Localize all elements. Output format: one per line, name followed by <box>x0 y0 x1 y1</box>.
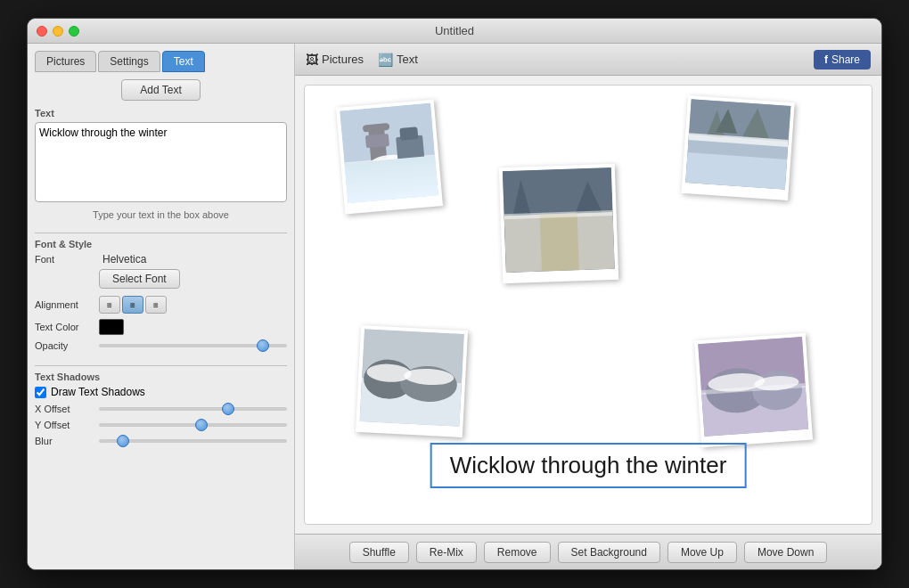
alignment-row: Alignment ≡ ≡ ≡ <box>35 296 287 314</box>
select-font-button[interactable]: Select Font <box>99 269 180 289</box>
photo-3-image <box>503 167 615 273</box>
opacity-slider[interactable] <box>99 344 287 347</box>
x-offset-slider-container <box>99 407 287 411</box>
text-overlay[interactable]: Wicklow through the winter <box>430 443 747 488</box>
toolbar-pictures-label: Pictures <box>322 53 364 66</box>
svg-rect-1 <box>345 157 438 204</box>
photo-4[interactable] <box>356 325 468 437</box>
photo-5[interactable] <box>694 333 813 447</box>
move-down-button[interactable]: Move Down <box>744 542 827 563</box>
share-label: Share <box>831 53 860 66</box>
svg-rect-18 <box>540 213 579 271</box>
svg-rect-8 <box>399 127 418 141</box>
remix-button[interactable]: Re-Mix <box>416 542 477 563</box>
tab-text[interactable]: Text <box>162 51 205 72</box>
x-offset-row: X Offset <box>35 404 287 414</box>
traffic-lights <box>37 26 79 37</box>
x-offset-label: X Offset <box>35 404 99 414</box>
align-center-button[interactable]: ≡ <box>122 296 143 314</box>
draw-shadows-checkbox[interactable] <box>35 387 46 398</box>
facebook-icon: f <box>824 53 828 66</box>
bottom-toolbar: Shuffle Re-Mix Remove Set Background Mov… <box>295 534 881 569</box>
tabs-row: Pictures Settings Text <box>35 51 287 72</box>
text-color-label: Text Color <box>35 322 99 332</box>
main-content: Pictures Settings Text Add Text Text Wic… <box>28 44 881 569</box>
photo-3[interactable] <box>499 164 618 283</box>
text-color-swatch[interactable] <box>99 319 124 335</box>
blur-slider-container <box>99 439 287 443</box>
text-color-row: Text Color <box>35 319 287 335</box>
photo-5-image <box>698 337 808 437</box>
font-label: Font <box>35 254 99 265</box>
x-offset-slider[interactable] <box>99 407 287 411</box>
toolbar-text-label: Text <box>397 53 418 66</box>
photo-2[interactable] <box>681 95 794 200</box>
y-offset-slider-container <box>99 423 287 427</box>
svg-rect-4 <box>365 134 389 148</box>
titlebar: Untitled <box>28 19 881 44</box>
close-button[interactable] <box>37 26 47 37</box>
helper-text: Type your text in the box above <box>35 209 287 220</box>
toolbar-text[interactable]: 🔤 Text <box>378 53 418 67</box>
font-style-label: Font & Style <box>35 239 287 249</box>
y-offset-label: Y Offset <box>35 420 99 430</box>
left-panel: Pictures Settings Text Add Text Text Wic… <box>28 44 295 569</box>
right-panel: 🖼 Pictures 🔤 Text f Share <box>295 44 881 569</box>
add-text-button[interactable]: Add Text <box>121 79 200 101</box>
window-title: Untitled <box>435 24 474 37</box>
y-offset-row: Y Offset <box>35 420 287 430</box>
text-section-label: Text <box>35 108 287 118</box>
pictures-icon: 🖼 <box>306 53 318 67</box>
shuffle-button[interactable]: Shuffle <box>349 542 409 563</box>
blur-slider[interactable] <box>99 439 287 443</box>
tab-pictures[interactable]: Pictures <box>35 51 96 72</box>
app-window: Untitled Pictures Settings Text Add Text… <box>27 18 882 570</box>
photo-4-image <box>360 329 464 427</box>
text-area-wrapper: Wicklow through the winter <box>35 122 287 206</box>
blur-label: Blur <box>35 436 99 446</box>
align-right-button[interactable]: ≡ <box>145 296 167 314</box>
photo-2-image <box>685 99 790 190</box>
font-row: Font Helvetica <box>35 253 287 265</box>
alignment-label: Alignment <box>35 299 99 310</box>
align-left-button[interactable]: ≡ <box>99 296 120 314</box>
remove-button[interactable]: Remove <box>484 542 551 563</box>
set-background-button[interactable]: Set Background <box>558 542 660 563</box>
minimize-button[interactable] <box>53 26 63 37</box>
blur-row: Blur <box>35 436 287 446</box>
opacity-slider-container <box>99 344 287 347</box>
maximize-button[interactable] <box>69 26 79 37</box>
shadows-section: Text Shadows Draw Text Shadows X Offset … <box>35 372 287 452</box>
alignment-buttons: ≡ ≡ ≡ <box>99 296 167 314</box>
right-toolbar: 🖼 Pictures 🔤 Text f Share <box>295 44 881 76</box>
draw-shadows-label: Draw Text Shadows <box>51 386 145 398</box>
opacity-label: Opacity <box>35 340 99 351</box>
shadows-label: Text Shadows <box>35 372 287 382</box>
tab-settings[interactable]: Settings <box>98 51 160 72</box>
draw-shadows-row: Draw Text Shadows <box>35 386 287 398</box>
photo-1[interactable] <box>336 99 443 214</box>
opacity-row: Opacity <box>35 340 287 351</box>
canvas-area[interactable]: Wicklow through the winter <box>304 85 872 525</box>
font-value: Helvetica <box>102 253 146 265</box>
text-icon: 🔤 <box>378 53 393 67</box>
photo-1-image <box>340 103 438 203</box>
move-up-button[interactable]: Move Up <box>667 542 737 563</box>
y-offset-slider[interactable] <box>99 423 287 427</box>
font-style-section: Font & Style Font Helvetica Select Font … <box>35 239 287 356</box>
toolbar-pictures[interactable]: 🖼 Pictures <box>306 53 364 67</box>
text-input[interactable]: Wicklow through the winter <box>35 122 287 202</box>
share-button[interactable]: f Share <box>814 50 871 69</box>
